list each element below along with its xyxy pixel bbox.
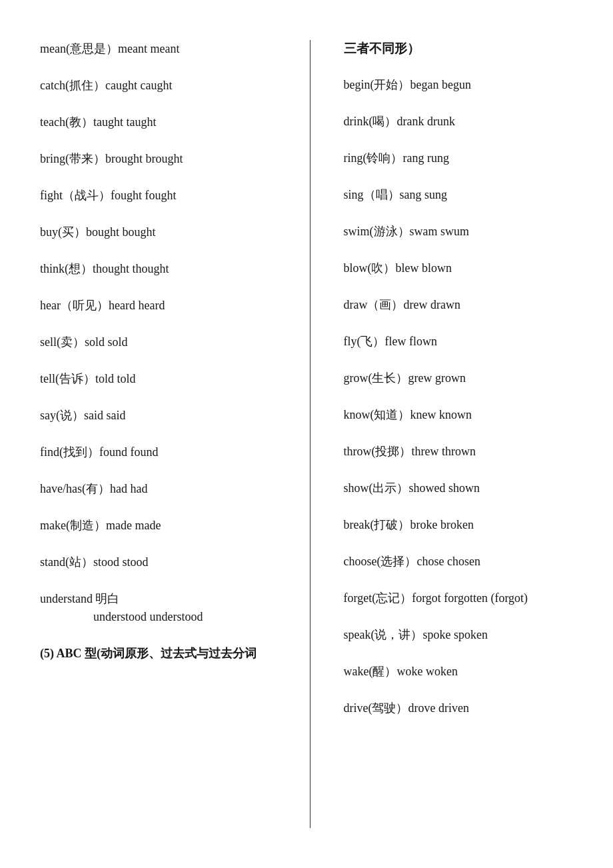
left-entry-tell: tell(告诉）told told xyxy=(40,370,290,388)
left-entry-teach: teach(教）taught taught xyxy=(40,113,290,131)
left-entry-hear: hear（听见）heard heard xyxy=(40,297,290,315)
left-entry-fight: fight（战斗）fought fought xyxy=(40,187,290,205)
right-entry-draw: draw（画）drew drawn xyxy=(344,296,594,314)
right-entry-break: break(打破）broke broken xyxy=(344,516,594,534)
left-entry-have: have/has(有）had had xyxy=(40,480,290,498)
left-entry-bring: bring(带来）brought brought xyxy=(40,150,290,168)
left-entry-say: say(说）said said xyxy=(40,407,290,425)
right-entry-know: know(知道）knew known xyxy=(344,406,594,424)
left-entry-mean: mean(意思是）meant meant xyxy=(40,40,290,58)
right-entries: begin(开始）began begundrink(喝）drank drunkr… xyxy=(344,76,594,717)
left-entries: mean(意思是）meant meantcatch(抓住）caught caug… xyxy=(40,40,290,571)
right-entry-speak: speak(说，讲）spoke spoken xyxy=(344,626,594,644)
footer-entry: (5) ABC 型(动词原形、过去式与过去分词 xyxy=(40,645,290,663)
right-entry-begin: begin(开始）began begun xyxy=(344,76,594,94)
understand-entry: understand 明白 understood understood xyxy=(40,590,290,626)
left-entry-think: think(想）thought thought xyxy=(40,260,290,278)
right-entry-sing: sing（唱）sang sung xyxy=(344,186,594,204)
right-entry-show: show(出示）showed shown xyxy=(344,479,594,497)
right-entry-throw: throw(投掷）threw thrown xyxy=(344,443,594,461)
right-column: 三者不同形） begin(开始）began begundrink(喝）drank… xyxy=(310,40,614,828)
page: mean(意思是）meant meantcatch(抓住）caught caug… xyxy=(0,0,613,868)
right-entry-drink: drink(喝）drank drunk xyxy=(344,113,594,131)
left-entry-buy: buy(买）bought bought xyxy=(40,223,290,241)
understand-line2: understood understood xyxy=(40,608,290,626)
left-entry-stand: stand(站）stood stood xyxy=(40,553,290,571)
right-title: 三者不同形） xyxy=(344,40,594,57)
right-entry-grow: grow(生长）grew grown xyxy=(344,369,594,387)
right-entry-swim: swim(游泳）swam swum xyxy=(344,223,594,241)
left-entry-make: make(制造）made made xyxy=(40,517,290,535)
right-entry-fly: fly(飞）flew flown xyxy=(344,333,594,351)
right-entry-drive: drive(驾驶）drove driven xyxy=(344,699,594,717)
understand-line1: understand 明白 xyxy=(40,590,290,608)
left-entry-find: find(找到）found found xyxy=(40,443,290,461)
right-entry-choose: choose(选择）chose chosen xyxy=(344,553,594,571)
right-entry-ring: ring(铃响）rang rung xyxy=(344,149,594,167)
right-entry-wake: wake(醒）woke woken xyxy=(344,663,594,681)
left-column: mean(意思是）meant meantcatch(抓住）caught caug… xyxy=(0,40,310,828)
right-entry-blow: blow(吹）blew blown xyxy=(344,259,594,277)
left-entry-catch: catch(抓住）caught caught xyxy=(40,77,290,95)
right-entry-forget: forget(忘记）forgot forgotten (forgot) xyxy=(344,589,594,607)
left-entry-sell: sell(卖）sold sold xyxy=(40,333,290,351)
